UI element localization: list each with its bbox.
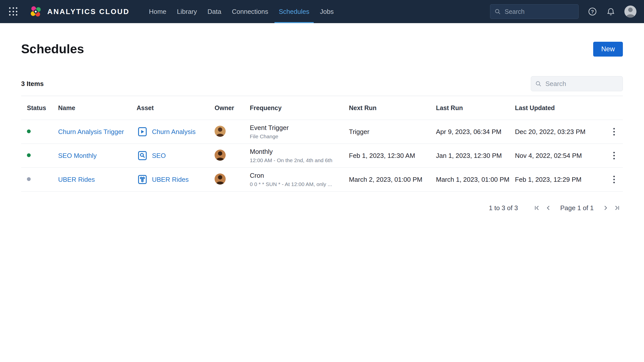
last-updated-value: Nov 4, 2022, 02:54 PM bbox=[515, 152, 605, 160]
next-run-value: Trigger bbox=[349, 128, 436, 136]
schedule-name-link[interactable]: SEO Monthly bbox=[58, 152, 97, 159]
asset-link[interactable]: SEO bbox=[152, 152, 166, 160]
last-run-value: March 1, 2023, 01:00 PM bbox=[436, 176, 515, 184]
user-avatar[interactable] bbox=[624, 6, 636, 18]
frequency-detail: File Change bbox=[250, 133, 349, 140]
schedule-name-link[interactable]: UBER Rides bbox=[58, 176, 95, 183]
pagination-page-label: Page 1 of 1 bbox=[560, 204, 594, 212]
global-search-input[interactable] bbox=[504, 8, 574, 16]
search-icon bbox=[494, 8, 501, 15]
last-updated-value: Dec 20, 2022, 03:23 PM bbox=[515, 128, 605, 136]
owner-avatar[interactable] bbox=[215, 150, 226, 161]
table-header-row: Status Name Asset Owner Frequency Next R… bbox=[21, 96, 623, 120]
col-name: Name bbox=[58, 104, 137, 112]
pagination-range: 1 to 3 of 3 bbox=[489, 204, 518, 212]
row-menu-button[interactable] bbox=[611, 173, 617, 186]
last-page-button[interactable] bbox=[611, 202, 623, 214]
nav-item-jobs[interactable]: Jobs bbox=[315, 0, 339, 23]
col-asset: Asset bbox=[137, 104, 215, 112]
asset-flow-icon bbox=[137, 126, 148, 138]
new-schedule-button[interactable]: New bbox=[593, 42, 623, 57]
items-count: 3 Items bbox=[21, 80, 44, 88]
status-dot bbox=[27, 153, 31, 157]
nav-item-schedules[interactable]: Schedules bbox=[273, 0, 314, 23]
next-page-button[interactable] bbox=[600, 202, 611, 214]
row-menu-button[interactable] bbox=[611, 149, 617, 162]
notifications-bell-icon[interactable] bbox=[606, 7, 615, 16]
first-page-button[interactable] bbox=[531, 202, 543, 214]
global-search[interactable] bbox=[490, 4, 579, 19]
col-last-updated: Last Updated bbox=[515, 104, 605, 112]
search-icon bbox=[535, 80, 542, 87]
next-run-value: March 2, 2023, 01:00 PM bbox=[349, 176, 436, 184]
nav-item-library[interactable]: Library bbox=[172, 0, 202, 23]
brand-name: ANALYTICS CLOUD bbox=[47, 8, 130, 16]
col-last-run: Last Run bbox=[436, 104, 515, 112]
frequency-value: Monthly bbox=[250, 148, 349, 156]
brand-logo-icon bbox=[29, 5, 43, 19]
previous-page-button[interactable] bbox=[543, 202, 554, 214]
col-owner: Owner bbox=[215, 104, 250, 112]
frequency-value: Event Trigger bbox=[250, 124, 349, 132]
next-run-value: Feb 1, 2023, 12:30 AM bbox=[349, 152, 436, 160]
asset-link[interactable]: UBER Rides bbox=[152, 176, 189, 184]
app-launcher-icon[interactable] bbox=[9, 7, 18, 16]
table-row: SEO Monthly SEO Monthly 12:00 AM - On th… bbox=[21, 144, 623, 168]
page-title: Schedules bbox=[21, 42, 84, 56]
col-next-run: Next Run bbox=[349, 104, 436, 112]
last-run-value: Apr 9, 2023, 06:34 PM bbox=[436, 128, 515, 136]
table-row: Churn Analysis Trigger Churn Analysis Ev… bbox=[21, 120, 623, 144]
last-updated-value: Feb 1, 2023, 12:29 PM bbox=[515, 176, 605, 184]
nav-item-data[interactable]: Data bbox=[202, 0, 227, 23]
frequency-detail: 0 0 * * SUN * - At 12:00 AM, only ... bbox=[250, 181, 349, 187]
asset-search-icon bbox=[137, 150, 148, 161]
owner-avatar[interactable] bbox=[215, 173, 226, 185]
frequency-detail: 12:00 AM - On the 2nd, 4th and 6th bbox=[250, 157, 349, 163]
nav-item-connections[interactable]: Connections bbox=[227, 0, 274, 23]
status-dot bbox=[27, 129, 31, 133]
last-run-value: Jan 1, 2023, 12:30 PM bbox=[436, 152, 515, 160]
schedules-table: Status Name Asset Owner Frequency Next R… bbox=[21, 96, 623, 192]
svg-text:?: ? bbox=[591, 9, 594, 14]
asset-link[interactable]: Churn Analysis bbox=[152, 128, 195, 136]
asset-network-icon bbox=[137, 174, 148, 185]
col-status: Status bbox=[27, 104, 58, 112]
row-menu-button[interactable] bbox=[611, 125, 617, 138]
table-search-input[interactable] bbox=[545, 80, 619, 88]
main-content: Schedules New 3 Items Status Name Asset … bbox=[0, 42, 644, 214]
top-navbar: ANALYTICS CLOUD Home Library Data Connec… bbox=[0, 0, 644, 23]
owner-avatar[interactable] bbox=[215, 126, 226, 137]
pagination: 1 to 3 of 3 Page 1 of 1 bbox=[21, 202, 623, 214]
schedule-name-link[interactable]: Churn Analysis Trigger bbox=[58, 128, 124, 135]
table-search[interactable] bbox=[531, 76, 623, 91]
col-frequency: Frequency bbox=[250, 104, 349, 112]
table-row: UBER Rides UBER Rides Cron 0 0 bbox=[21, 168, 623, 192]
frequency-value: Cron bbox=[250, 172, 349, 179]
status-dot bbox=[27, 177, 31, 181]
help-icon[interactable]: ? bbox=[588, 7, 597, 16]
main-nav: Home Library Data Connections Schedules … bbox=[144, 0, 339, 23]
nav-item-home[interactable]: Home bbox=[144, 0, 172, 23]
